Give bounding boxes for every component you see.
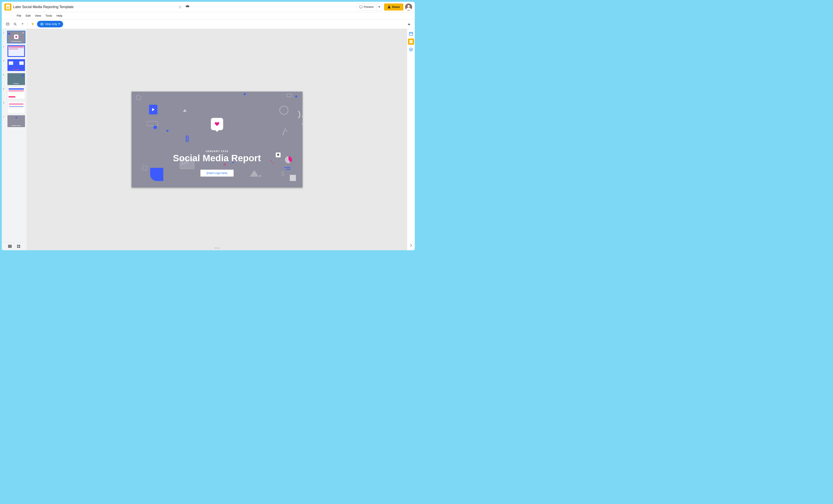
deco-white-sq — [290, 175, 296, 181]
svg-rect-0 — [359, 6, 362, 8]
slide-canvas: JANUARY 2019 Social Media Report [Insert… — [132, 92, 303, 188]
zoom-chevron[interactable] — [19, 21, 26, 27]
present-button[interactable]: Present — [356, 3, 382, 10]
slide-4-label: Instagram — [7, 83, 25, 84]
cursor-button[interactable] — [30, 21, 36, 27]
deco-bar2 — [188, 136, 189, 142]
top-bar: Later Social Media Reporting Template ☆ … — [2, 2, 415, 12]
slide-number-7: 7 — [3, 115, 6, 118]
view-only-button[interactable]: View only — [37, 21, 63, 27]
deco-rect-tr — [287, 94, 291, 97]
collapse-button[interactable] — [406, 21, 412, 27]
present-chevron[interactable] — [376, 4, 382, 10]
svg-rect-5 — [6, 23, 9, 24]
svg-point-2 — [388, 6, 390, 7]
slide-number-4: 4 — [3, 73, 6, 76]
slide-dot-1 — [215, 248, 216, 248]
note-icon[interactable] — [408, 39, 414, 45]
slide-dot-3 — [218, 248, 219, 248]
slide-item-3[interactable]: 3 — [3, 59, 25, 71]
slide-area: JANUARY 2019 Social Media Report [Insert… — [27, 29, 407, 250]
svg-line-9 — [16, 25, 17, 25]
deco-sq-tc1 — [244, 93, 245, 95]
deco-sq-tr — [295, 96, 297, 97]
slide-item-5[interactable]: 5 — [3, 87, 25, 99]
app-icon — [4, 3, 11, 10]
present-main[interactable]: Present — [357, 4, 376, 10]
slide-thumb-3[interactable] — [7, 59, 25, 71]
svg-rect-19 — [17, 246, 18, 248]
check-icon[interactable] — [408, 46, 414, 53]
slide-1-label: Social Media Report — [7, 41, 25, 42]
menu-help[interactable]: Help — [55, 13, 64, 18]
deco-sq-lm — [167, 130, 168, 132]
deco-blue-dot — [153, 125, 157, 129]
menu-tools[interactable]: Tools — [44, 13, 54, 18]
menu-edit[interactable]: Edit — [24, 13, 32, 18]
list-view-button[interactable] — [7, 244, 13, 249]
slide-item-1[interactable]: 1 Social Media Report — [3, 31, 25, 43]
present-label: Present — [364, 5, 374, 8]
slide-thumb-2[interactable] — [7, 45, 25, 57]
cloud-icon — [184, 4, 190, 10]
slide-panel-bottom — [2, 242, 27, 250]
app-window: Later Social Media Reporting Template ☆ … — [2, 2, 415, 250]
svg-rect-15 — [8, 245, 11, 246]
main-content: 1 Social Media Report 2 — [2, 29, 415, 250]
deco-play — [149, 105, 158, 114]
heart-bubble — [211, 118, 223, 130]
avatar[interactable] — [405, 3, 412, 10]
slide-thumb-7[interactable]: Instagram Stories — [7, 115, 25, 127]
slide-title: Social Media Report — [132, 153, 303, 164]
deco-chat — [147, 121, 158, 126]
slide-list: 1 Social Media Report 2 — [2, 29, 27, 242]
svg-rect-1 — [360, 8, 361, 8]
slide-item-7[interactable]: 7 Instagram Stories — [3, 115, 25, 127]
share-button[interactable]: Share — [384, 3, 403, 10]
deco-pink-ring — [223, 164, 226, 166]
slide-item-2[interactable]: 2 — [3, 45, 25, 57]
svg-rect-7 — [7, 25, 8, 26]
menu-file[interactable]: File — [15, 13, 23, 18]
deco-br-line2 — [286, 169, 290, 170]
share-label: Share — [392, 5, 400, 8]
slide-dots — [215, 248, 219, 248]
slide-item-4[interactable]: 4 Instagram — [3, 73, 25, 86]
svg-rect-18 — [19, 245, 20, 246]
svg-point-4 — [407, 5, 410, 7]
svg-rect-20 — [19, 246, 20, 248]
slide-thumb-5[interactable] — [7, 87, 25, 99]
slide-panel: 1 Social Media Report 2 — [2, 29, 27, 250]
slide-number-5: 5 — [3, 87, 6, 90]
print-button[interactable] — [4, 21, 11, 27]
deco-circle-r — [280, 106, 288, 115]
svg-rect-17 — [17, 245, 18, 246]
deco-tri-br — [250, 170, 259, 176]
star-icon[interactable]: ☆ — [177, 4, 183, 10]
slide-item-6[interactable]: 6 — [3, 101, 25, 114]
svg-rect-16 — [8, 246, 11, 247]
slide-7-label: Instagram Stories — [7, 125, 25, 126]
deco-blue-wedge — [150, 168, 163, 181]
deco-tri-tl — [183, 109, 187, 112]
calendar-icon[interactable] — [408, 31, 414, 37]
deco-phone — [282, 172, 284, 175]
right-expand-icon[interactable] — [408, 242, 414, 248]
slide-month: JANUARY 2019 — [132, 150, 303, 152]
grid-view-button[interactable] — [16, 244, 21, 249]
menu-bar: File Edit View Tools Help — [2, 12, 415, 19]
doc-title: Later Social Media Reporting Template — [13, 5, 175, 9]
view-only-label: View only — [45, 22, 57, 26]
menu-view[interactable]: View — [33, 13, 43, 18]
slide-thumb-1[interactable]: Social Media Report — [7, 31, 25, 43]
svg-point-13 — [42, 23, 43, 25]
svg-rect-21 — [409, 32, 413, 35]
slide-number-3: 3 — [3, 59, 6, 62]
slide-thumb-4[interactable]: Instagram — [7, 73, 25, 86]
zoom-button[interactable] — [12, 21, 18, 27]
slide-number-6: 6 — [3, 101, 6, 104]
slide-thumb-6[interactable] — [7, 101, 25, 114]
slide-logo-box: [Insert Logo here] — [200, 170, 234, 176]
deco-br-line1 — [284, 167, 290, 168]
right-sidebar — [407, 29, 415, 250]
